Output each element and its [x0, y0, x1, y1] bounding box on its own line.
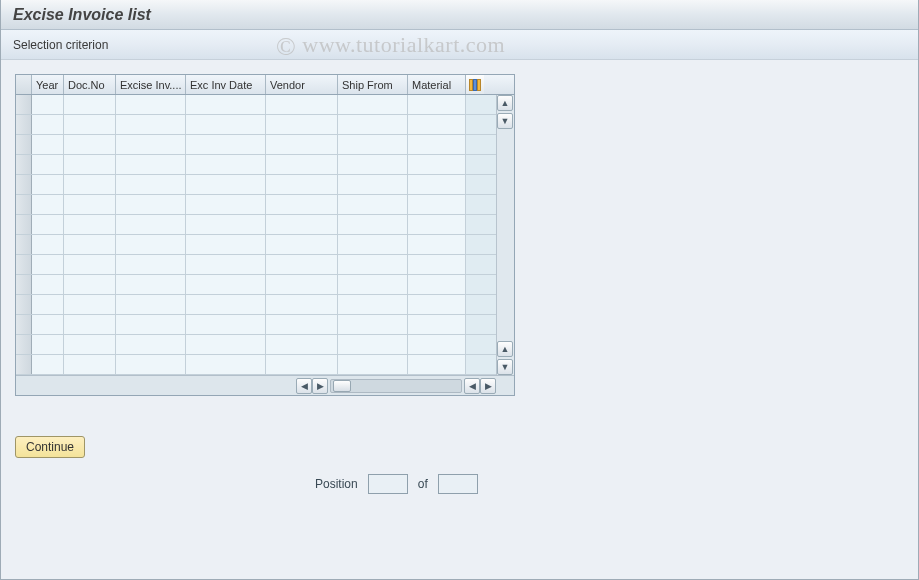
table-cell[interactable]: [32, 155, 64, 174]
table-cell[interactable]: [338, 295, 408, 314]
table-cell[interactable]: [64, 175, 116, 194]
hscroll-track[interactable]: [330, 379, 462, 393]
table-cell[interactable]: [32, 175, 64, 194]
table-cell[interactable]: [116, 155, 186, 174]
scroll-down-button-bottom[interactable]: ▼: [497, 359, 513, 375]
table-cell[interactable]: [64, 275, 116, 294]
table-cell[interactable]: [64, 235, 116, 254]
table-cell[interactable]: [64, 95, 116, 114]
table-cell[interactable]: [64, 295, 116, 314]
table-cell[interactable]: [408, 355, 466, 374]
row-selector[interactable]: [16, 335, 32, 354]
row-selector[interactable]: [16, 175, 32, 194]
table-cell[interactable]: [338, 155, 408, 174]
table-cell[interactable]: [32, 235, 64, 254]
scroll-right-button[interactable]: ▶: [312, 378, 328, 394]
table-cell[interactable]: [338, 135, 408, 154]
table-cell[interactable]: [186, 315, 266, 334]
scroll-right-button-end[interactable]: ▶: [480, 378, 496, 394]
table-cell[interactable]: [32, 335, 64, 354]
table-cell[interactable]: [116, 95, 186, 114]
table-cell[interactable]: [116, 135, 186, 154]
table-cell[interactable]: [408, 135, 466, 154]
row-selector[interactable]: [16, 315, 32, 334]
scroll-down-button[interactable]: ▼: [497, 113, 513, 129]
table-cell[interactable]: [116, 295, 186, 314]
table-cell[interactable]: [266, 275, 338, 294]
table-cell[interactable]: [32, 95, 64, 114]
table-cell[interactable]: [64, 115, 116, 134]
position-current-input[interactable]: [368, 474, 408, 494]
position-total-input[interactable]: [438, 474, 478, 494]
table-cell[interactable]: [116, 335, 186, 354]
row-selector[interactable]: [16, 135, 32, 154]
scroll-up-button-bottom[interactable]: ▲: [497, 341, 513, 357]
table-cell[interactable]: [408, 155, 466, 174]
table-cell[interactable]: [408, 335, 466, 354]
table-cell[interactable]: [116, 315, 186, 334]
table-cell[interactable]: [266, 215, 338, 234]
table-cell[interactable]: [64, 335, 116, 354]
table-cell[interactable]: [338, 255, 408, 274]
table-cell[interactable]: [32, 275, 64, 294]
table-cell[interactable]: [186, 115, 266, 134]
table-cell[interactable]: [408, 195, 466, 214]
scroll-left-button-end[interactable]: ◀: [464, 378, 480, 394]
table-cell[interactable]: [32, 215, 64, 234]
table-cell[interactable]: [186, 215, 266, 234]
table-cell[interactable]: [64, 215, 116, 234]
col-header-docno[interactable]: Doc.No: [64, 75, 116, 94]
row-selector[interactable]: [16, 275, 32, 294]
table-cell[interactable]: [408, 255, 466, 274]
table-cell[interactable]: [266, 95, 338, 114]
table-cell[interactable]: [266, 235, 338, 254]
table-cell[interactable]: [186, 155, 266, 174]
configure-columns-button[interactable]: [466, 75, 484, 94]
table-cell[interactable]: [186, 295, 266, 314]
table-cell[interactable]: [64, 155, 116, 174]
row-selector[interactable]: [16, 295, 32, 314]
row-selector[interactable]: [16, 355, 32, 374]
table-cell[interactable]: [186, 135, 266, 154]
table-cell[interactable]: [186, 95, 266, 114]
table-cell[interactable]: [266, 195, 338, 214]
table-cell[interactable]: [338, 315, 408, 334]
scroll-left-button[interactable]: ◀: [296, 378, 312, 394]
table-cell[interactable]: [186, 335, 266, 354]
table-cell[interactable]: [32, 355, 64, 374]
table-cell[interactable]: [32, 315, 64, 334]
table-cell[interactable]: [338, 335, 408, 354]
table-cell[interactable]: [266, 115, 338, 134]
table-cell[interactable]: [408, 235, 466, 254]
table-cell[interactable]: [186, 175, 266, 194]
table-cell[interactable]: [186, 195, 266, 214]
col-header-exc-inv-date[interactable]: Exc Inv Date: [186, 75, 266, 94]
table-cell[interactable]: [338, 275, 408, 294]
table-cell[interactable]: [266, 315, 338, 334]
table-cell[interactable]: [64, 135, 116, 154]
table-cell[interactable]: [32, 115, 64, 134]
table-cell[interactable]: [64, 195, 116, 214]
table-cell[interactable]: [408, 215, 466, 234]
col-header-material[interactable]: Material: [408, 75, 466, 94]
table-cell[interactable]: [266, 155, 338, 174]
table-cell[interactable]: [338, 195, 408, 214]
table-cell[interactable]: [408, 95, 466, 114]
table-cell[interactable]: [116, 195, 186, 214]
table-cell[interactable]: [64, 355, 116, 374]
table-cell[interactable]: [64, 315, 116, 334]
col-header-vendor[interactable]: Vendor: [266, 75, 338, 94]
table-cell[interactable]: [338, 355, 408, 374]
table-cell[interactable]: [266, 135, 338, 154]
table-cell[interactable]: [186, 235, 266, 254]
table-cell[interactable]: [408, 295, 466, 314]
table-cell[interactable]: [116, 255, 186, 274]
table-cell[interactable]: [186, 255, 266, 274]
table-cell[interactable]: [116, 215, 186, 234]
col-header-excise-inv[interactable]: Excise Inv....: [116, 75, 186, 94]
selection-criterion-label[interactable]: Selection criterion: [13, 38, 108, 52]
row-selector[interactable]: [16, 195, 32, 214]
table-cell[interactable]: [186, 275, 266, 294]
table-cell[interactable]: [64, 255, 116, 274]
table-cell[interactable]: [186, 355, 266, 374]
